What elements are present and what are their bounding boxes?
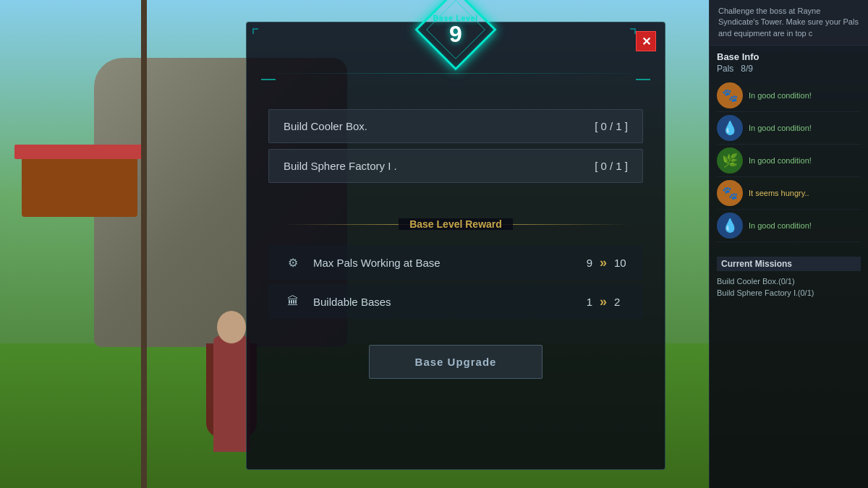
pals-count: Pals 8/9 <box>717 64 861 74</box>
reward-current-1: 9 <box>587 257 592 269</box>
pal-status-3: In good condition! <box>749 156 812 165</box>
reward-arrow-2: » <box>600 294 607 309</box>
character-head <box>217 311 246 343</box>
req-count-2: [ 0 / 1 ] <box>595 160 628 172</box>
reward-arrow-1: » <box>600 255 607 270</box>
pal-avatar-2: 💧 <box>717 115 743 141</box>
table <box>22 145 137 217</box>
teal-line-top <box>261 73 650 74</box>
base-level-number: 9 <box>433 22 478 46</box>
corner-tl <box>252 28 258 34</box>
base-info-title: Base Info <box>717 51 861 62</box>
quest-text: Challenge the boss at Rayne Syndicate's … <box>718 7 859 38</box>
pal-avatar-4: 🐾 <box>717 180 743 206</box>
req-label-1: Build Cooler Box. <box>284 120 367 132</box>
reward-item-2: 🏛 Buildable Bases 1 » 2 <box>268 284 643 319</box>
req-count-1: [ 0 / 1 ] <box>595 120 628 132</box>
character-body <box>213 336 250 452</box>
rewards-section: ⚙ Max Pals Working at Base 9 » 10 🏛 Buil… <box>268 245 643 323</box>
mission-item-1: Build Cooler Box.(0/1) <box>717 275 861 287</box>
reward-section-title: Base Level Reward <box>399 218 513 230</box>
mission-item-2: Build Sphere Factory Ⅰ.(0/1) <box>717 287 861 299</box>
pal-status-5: In good condition! <box>749 221 812 230</box>
pal-status-4: It seems hungry.. <box>749 189 809 197</box>
level-badge: Base Level 9 <box>420 0 492 66</box>
requirement-item-1: Build Cooler Box. [ 0 / 1 ] <box>268 109 643 143</box>
pal-entry-4: 🐾 It seems hungry.. <box>717 177 861 210</box>
reward-next-1: 10 <box>614 257 629 269</box>
close-button[interactable]: ✕ <box>636 31 656 51</box>
panel-content: Build Cooler Box. [ 0 / 1 ] Build Sphere… <box>247 22 665 469</box>
pal-entry-3: 🌿 In good condition! <box>717 145 861 177</box>
reward-label-2: Buildable Bases <box>313 296 587 308</box>
pal-entry-2: 💧 In good condition! <box>717 112 861 145</box>
pal-avatar-5: 💧 <box>717 213 743 239</box>
quest-banner: Challenge the boss at Rayne Syndicate's … <box>710 0 868 46</box>
reward-divider: Base Level Reward <box>268 218 643 231</box>
reward-current-2: 1 <box>587 296 592 308</box>
reward-icon-2: 🏛 <box>283 291 303 312</box>
corner-tr <box>630 28 636 34</box>
pal-avatar-3: 🌿 <box>717 147 743 174</box>
pals-count-value: 8/9 <box>741 64 753 74</box>
dash-left <box>261 79 276 80</box>
requirement-item-2: Build Sphere Factory I . [ 0 / 1 ] <box>268 149 643 183</box>
pal-status-1: In good condition! <box>749 91 812 100</box>
table-cloth <box>14 145 145 159</box>
reward-label-1: Max Pals Working at Base <box>313 257 587 269</box>
reward-item-1: ⚙ Max Pals Working at Base 9 » 10 <box>268 245 643 280</box>
req-label-2: Build Sphere Factory I . <box>284 160 397 172</box>
pal-entry-1: 🐾 In good condition! <box>717 80 861 112</box>
side-panel: Challenge the boss at Rayne Syndicate's … <box>709 0 868 488</box>
reward-icon-1: ⚙ <box>283 252 303 273</box>
main-panel: Base Level 9 ✕ Build Cooler Box. [ 0 / 1… <box>246 22 665 470</box>
pole <box>141 0 147 488</box>
upgrade-button[interactable]: Base Upgrade <box>369 345 542 379</box>
missions-title: Current Missions <box>717 257 861 271</box>
dash-right <box>636 79 650 80</box>
pal-status-2: In good condition! <box>749 124 812 132</box>
requirements-section: Build Cooler Box. [ 0 / 1 ] Build Sphere… <box>268 109 643 189</box>
pal-avatar-1: 🐾 <box>717 82 743 108</box>
base-info-section: Base Info Pals 8/9 🐾 In good condition! … <box>710 46 868 248</box>
pals-label: Pals <box>717 64 733 74</box>
level-text-container: Base Level 9 <box>433 14 478 46</box>
missions-section: Current Missions Build Cooler Box.(0/1) … <box>710 251 868 305</box>
reward-next-2: 2 <box>614 296 629 308</box>
pal-entry-5: 💧 In good condition! <box>717 210 861 242</box>
